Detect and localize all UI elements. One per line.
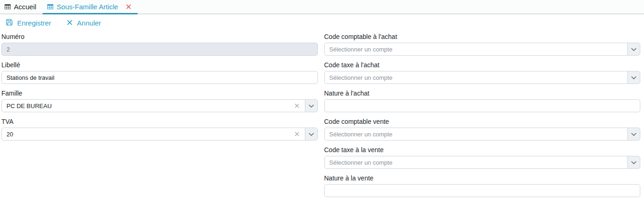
cancel-button-label: Annuler [77, 19, 101, 27]
tab-sous-famille-article[interactable]: Sous-Famille Article [43, 0, 138, 14]
code-taxe-vente-combobox [324, 156, 641, 169]
field-libelle: Libellé [1, 61, 318, 84]
field-code-taxe-achat: Code taxe à l'achat [324, 61, 641, 84]
numero-field [1, 43, 318, 56]
tab-bar: Accueil Sous-Famille Article [0, 0, 644, 14]
tab-accueil[interactable]: Accueil [0, 0, 43, 14]
toolbar: Enregistrer Annuler [0, 14, 644, 31]
code-comptable-achat-label: Code comptable à l'achat [324, 33, 641, 40]
field-nature-achat: Nature à l'achat [324, 90, 641, 112]
floppy-disk-icon [6, 19, 13, 27]
clear-icon[interactable] [292, 128, 302, 141]
code-taxe-achat-field[interactable] [324, 71, 628, 84]
save-button-label: Enregistrer [17, 19, 51, 27]
nature-achat-field[interactable] [324, 99, 641, 112]
table-icon [47, 3, 53, 11]
nature-achat-label: Nature à l'achat [324, 90, 641, 97]
code-comptable-vente-combobox [324, 128, 641, 141]
libelle-label: Libellé [1, 61, 318, 69]
field-famille: Famille [1, 90, 318, 112]
close-icon[interactable] [126, 4, 131, 9]
libelle-field[interactable] [1, 71, 318, 84]
form-column-right: Code comptable à l'achat Code taxe à l'a… [324, 33, 641, 199]
nature-vente-label: Nature à la vente [324, 174, 641, 182]
numero-label: Numéro [1, 33, 318, 40]
field-code-comptable-achat: Code comptable à l'achat [324, 33, 641, 56]
field-numero: Numéro [1, 33, 318, 56]
code-comptable-achat-combobox [324, 43, 641, 56]
famille-label: Famille [1, 90, 318, 97]
famille-field[interactable] [1, 99, 305, 112]
tva-label: TVA [1, 118, 318, 125]
field-code-taxe-vente: Code taxe à la vente [324, 146, 641, 169]
tab-label: Accueil [14, 3, 36, 11]
nature-vente-field[interactable] [324, 184, 641, 197]
code-comptable-vente-field[interactable] [324, 128, 628, 141]
field-tva: TVA [1, 118, 318, 141]
code-taxe-vente-field[interactable] [324, 156, 628, 169]
tva-combobox [1, 128, 318, 141]
field-code-comptable-vente: Code comptable vente [324, 118, 641, 141]
field-nature-vente: Nature à la vente [324, 174, 641, 197]
table-icon [5, 3, 11, 11]
x-icon [67, 19, 73, 27]
code-comptable-achat-field[interactable] [324, 43, 628, 56]
code-taxe-achat-combobox [324, 71, 641, 84]
form-column-left: Numéro Libellé Famille [1, 33, 318, 199]
save-button[interactable]: Enregistrer [6, 19, 51, 27]
chevron-down-icon[interactable] [305, 128, 318, 141]
code-comptable-vente-label: Code comptable vente [324, 118, 641, 125]
tab-label: Sous-Famille Article [57, 3, 118, 11]
chevron-down-icon[interactable] [627, 71, 640, 84]
famille-combobox [1, 99, 318, 112]
tva-field[interactable] [1, 128, 305, 141]
form: Numéro Libellé Famille [0, 31, 644, 199]
code-taxe-achat-label: Code taxe à l'achat [324, 61, 641, 69]
cancel-button[interactable]: Annuler [67, 19, 101, 27]
clear-icon[interactable] [292, 99, 302, 112]
chevron-down-icon[interactable] [627, 156, 640, 169]
chevron-down-icon[interactable] [627, 128, 640, 141]
code-taxe-vente-label: Code taxe à la vente [324, 146, 641, 154]
chevron-down-icon[interactable] [627, 43, 640, 56]
chevron-down-icon[interactable] [305, 99, 318, 112]
